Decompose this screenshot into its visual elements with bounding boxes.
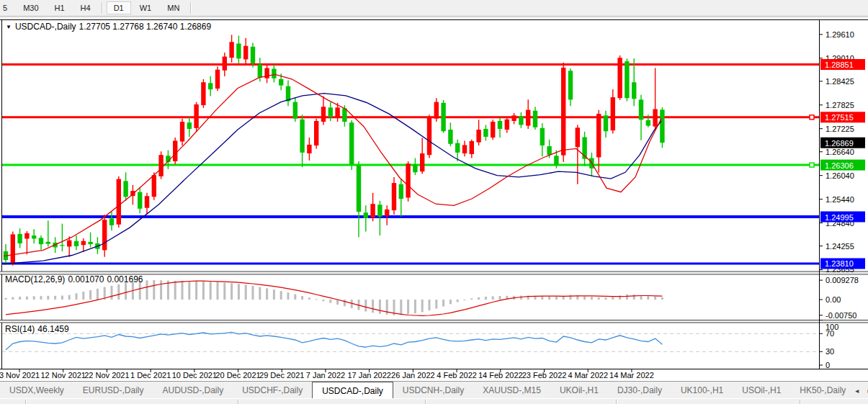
- price-axis-label: 1.25440: [826, 195, 854, 204]
- tab-usdx-weekly[interactable]: USDX,Weekly: [0, 382, 73, 399]
- date-axis-label: 4 Feb 2022: [437, 371, 477, 380]
- price-tag-1.24995: 1.24995: [825, 213, 854, 222]
- tab-usoil-h1[interactable]: USOil-,H1: [733, 382, 790, 399]
- tab-xauusd-m15[interactable]: XAUUSD-,M15: [473, 382, 550, 399]
- pane-separator[interactable]: [0, 320, 868, 323]
- date-axis-label: 17 Jan 2022: [347, 371, 391, 380]
- candle: [180, 122, 184, 141]
- timeframe-button-m30[interactable]: M30: [16, 1, 45, 14]
- candle: [385, 210, 389, 216]
- timeframe-button-w1[interactable]: W1: [133, 1, 159, 14]
- tab-usdcad-daily[interactable]: USDCAD-,Daily: [312, 382, 393, 399]
- candle: [498, 121, 502, 129]
- date-axis-label: 23 Feb 2022: [522, 371, 567, 380]
- date-axis-label: 14 Feb 2022: [478, 371, 523, 380]
- candle: [505, 120, 509, 130]
- candle: [470, 141, 474, 154]
- tab-eurusd-daily[interactable]: EURUSD-,Daily: [73, 382, 153, 399]
- line-handle-1.26306[interactable]: [810, 163, 814, 167]
- candle: [88, 242, 92, 244]
- candle: [194, 104, 198, 128]
- date-axis-label: 7 Jan 2022: [306, 371, 345, 380]
- price-axis-label: 1.26640: [826, 148, 854, 156]
- rsi-indicator-label: RSI(14)46.1459: [5, 324, 72, 334]
- candle: [314, 121, 318, 145]
- macd-axis-label: 0.009278: [826, 276, 859, 284]
- price-tag-1.26306: 1.26306: [825, 161, 854, 170]
- price-axis-label: 1.27225: [826, 125, 854, 133]
- tab-dj30-daily[interactable]: DJ30-,Daily: [608, 382, 671, 399]
- candle: [17, 234, 22, 243]
- macd-axis-label: 0.00: [826, 295, 841, 304]
- price-tag-1.27515: 1.27515: [825, 113, 854, 122]
- candle: [660, 109, 664, 143]
- candle: [145, 196, 149, 207]
- candle: [117, 179, 121, 225]
- candle: [561, 68, 565, 156]
- trading-terminal-window: 5M30H1H4D1W1MN 1.296101.290101.284251.27…: [0, 0, 868, 404]
- date-axis-label: 26 Jan 2022: [391, 371, 435, 380]
- price-chart-canvas[interactable]: 1.296101.290101.284251.278251.272251.266…: [0, 19, 868, 381]
- candle: [399, 184, 403, 199]
- timeframe-button-mn[interactable]: MN: [160, 1, 187, 14]
- chart-dropdown-icon[interactable]: ▼: [6, 24, 12, 30]
- status-bar: [0, 398, 868, 404]
- macd-indicator-label: MACD(12,26,9)0.0010700.001696: [5, 274, 146, 284]
- candle: [519, 116, 523, 125]
- candle: [441, 103, 445, 131]
- candle: [455, 143, 460, 153]
- candle: [646, 120, 650, 126]
- candle: [173, 140, 177, 161]
- tab-uk100-h1[interactable]: UK100-,H1: [671, 382, 733, 399]
- price-axis-label: 1.28425: [826, 77, 854, 86]
- candle: [427, 117, 431, 155]
- tab-usdchf-daily[interactable]: USDCHF-,Daily: [233, 382, 312, 399]
- price-axis-label: 1.26040: [826, 171, 854, 180]
- candle: [617, 58, 622, 98]
- tab-hk50-daily[interactable]: HK50-,Daily: [790, 382, 855, 399]
- candle: [533, 111, 537, 127]
- line-handle-1.27515[interactable]: [810, 115, 814, 120]
- rsi-axis-label: 0: [826, 361, 830, 369]
- candle: [328, 107, 333, 117]
- tabs-scroll-left-button[interactable]: ◂: [855, 387, 859, 395]
- price-tag-1.28851: 1.28851: [825, 60, 854, 69]
- status-bar-separator: [425, 400, 426, 404]
- candle: [406, 163, 410, 197]
- timeframe-button-h4[interactable]: H4: [73, 1, 98, 14]
- date-axis-label: 4 Mar 2022: [568, 371, 608, 380]
- candle: [123, 181, 127, 197]
- timeframe-button-d1[interactable]: D1: [107, 1, 131, 14]
- candle: [32, 235, 36, 238]
- date-axis-label: 1 Dec 2021: [130, 371, 171, 380]
- candle: [74, 241, 79, 246]
- timeframe-button-h1[interactable]: H1: [48, 1, 72, 14]
- candle: [420, 153, 424, 171]
- macd-name: MACD(12,26,9): [5, 274, 65, 284]
- date-axis-label: 29 Dec 2021: [259, 371, 304, 380]
- candle: [24, 233, 29, 239]
- candle: [11, 234, 15, 263]
- candle: [653, 109, 657, 127]
- chart-title: ▼USDCAD-,Daily1.27705 1.27768 1.26740 1.…: [6, 22, 214, 32]
- tab-ukoil-h1[interactable]: UKOil-,H1: [550, 382, 608, 399]
- candle: [357, 165, 361, 212]
- candle: [370, 204, 375, 217]
- candle: [46, 242, 50, 244]
- candle: [625, 61, 629, 98]
- rsi-name: RSI(14): [5, 324, 35, 334]
- candle: [293, 102, 297, 119]
- candle: [321, 107, 326, 122]
- tab-usdcnh-daily[interactable]: USDCNH-,Daily: [393, 382, 473, 399]
- candle: [81, 241, 86, 245]
- candle: [547, 146, 551, 155]
- tab-audusd-daily[interactable]: AUDUSD-,Daily: [153, 382, 233, 399]
- candle: [258, 65, 262, 78]
- timeframe-button-5[interactable]: 5: [0, 1, 14, 14]
- candle: [251, 47, 255, 63]
- candle: [152, 175, 156, 197]
- date-axis-label: 3 Nov 2021: [0, 371, 40, 380]
- candle: [554, 156, 558, 165]
- candle: [526, 110, 530, 126]
- date-axis-label: 20 Dec 2021: [215, 371, 260, 380]
